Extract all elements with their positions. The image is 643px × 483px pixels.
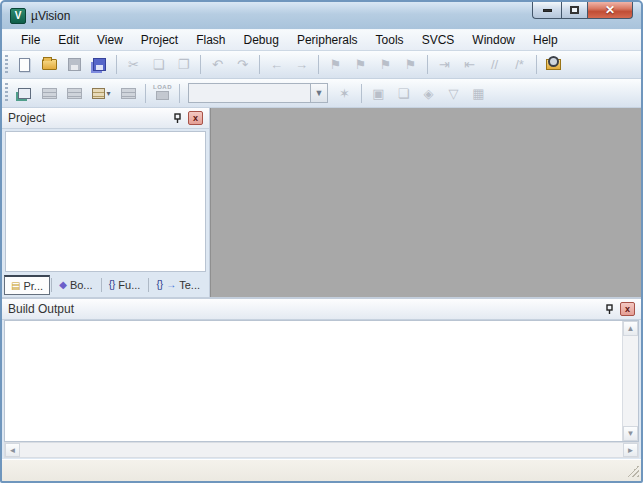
- toolbar-grip[interactable]: [5, 55, 8, 75]
- project-panel-header: Project x: [2, 108, 209, 129]
- menu-peripherals[interactable]: Peripherals: [288, 31, 367, 49]
- download-load-icon: [156, 91, 169, 100]
- comment-selection-button[interactable]: //: [483, 54, 506, 76]
- minimize-button[interactable]: [532, 2, 561, 19]
- close-button[interactable]: ✕: [588, 2, 633, 19]
- component-viewer-button[interactable]: ◈: [417, 82, 440, 104]
- unindent-button[interactable]: ⇤: [458, 54, 481, 76]
- project-close-button[interactable]: x: [188, 111, 203, 125]
- menu-view[interactable]: View: [88, 31, 132, 49]
- pack-mesh-button[interactable]: ▦: [467, 82, 490, 104]
- arrow-right-icon: ►: [627, 446, 635, 455]
- menu-flash[interactable]: Flash: [187, 31, 234, 49]
- copy-button[interactable]: ❏: [147, 54, 170, 76]
- uncomment-selection-button[interactable]: /*: [508, 54, 531, 76]
- save-icon: [68, 58, 81, 71]
- maximize-icon: [570, 6, 579, 14]
- title-bar[interactable]: V µVision ✕: [2, 2, 641, 29]
- navigate-back-button[interactable]: ←: [265, 54, 288, 76]
- batch-build-icon: [92, 88, 105, 99]
- templates-tab-icon: {}: [157, 280, 164, 290]
- save-all-button[interactable]: [88, 54, 111, 76]
- uvision-window: V µVision ✕ FileEditViewProjectFlashDebu…: [0, 0, 643, 483]
- function-filter-button[interactable]: ▽: [442, 82, 465, 104]
- build-icon: [42, 88, 57, 99]
- manage-project-items-button[interactable]: ▣: [367, 82, 390, 104]
- project-panel: Project x ▤Pr...◆Bo...{}Fu...{}→Te...: [2, 108, 210, 297]
- menu-file[interactable]: File: [12, 31, 49, 49]
- find-in-files-button[interactable]: [542, 54, 565, 76]
- options-for-target-button[interactable]: ✶: [333, 82, 356, 104]
- previous-bookmark-button[interactable]: ⚑: [374, 54, 397, 76]
- navigate-forward-icon: →: [295, 58, 308, 71]
- build-output-close-button[interactable]: x: [620, 302, 635, 316]
- menu-project[interactable]: Project: [132, 31, 187, 49]
- app-logo-icon: V: [10, 8, 26, 24]
- scroll-up-button[interactable]: ▲: [623, 321, 638, 336]
- menu-help[interactable]: Help: [524, 31, 567, 49]
- menu-window[interactable]: Window: [463, 31, 524, 49]
- file-toolbar: ✂❏❐↶↷←→⚑⚑⚑⚑⇥⇤///*: [2, 51, 641, 79]
- open-file-button[interactable]: [38, 54, 61, 76]
- tab-project[interactable]: ▤Pr...: [4, 275, 50, 295]
- build-output-header: Build Output x: [2, 299, 641, 320]
- cut-button[interactable]: ✂: [122, 54, 145, 76]
- build-output-hscrollbar[interactable]: ◄ ►: [4, 442, 639, 458]
- pack-mesh-icon: ▦: [472, 87, 484, 100]
- project-tab-icon: ▤: [11, 281, 20, 291]
- batch-build-button[interactable]: ▾: [88, 82, 115, 104]
- download-load-button[interactable]: LOAD: [151, 82, 174, 104]
- menu-debug[interactable]: Debug: [235, 31, 288, 49]
- project-tree-area[interactable]: [5, 131, 206, 272]
- toolbar-separator: [361, 84, 362, 103]
- paste-button[interactable]: ❐: [172, 54, 195, 76]
- unindent-icon: ⇤: [464, 58, 475, 71]
- target-select[interactable]: ▼: [188, 83, 328, 103]
- redo-button[interactable]: ↷: [231, 54, 254, 76]
- build-output-log[interactable]: [5, 321, 622, 441]
- toolbar-grip[interactable]: [5, 83, 8, 103]
- undo-button[interactable]: ↶: [206, 54, 229, 76]
- resize-grip[interactable]: [627, 465, 639, 477]
- build-output-title: Build Output: [8, 302, 602, 316]
- menu-svcs[interactable]: SVCS: [413, 31, 464, 49]
- arrow-up-icon: ▲: [627, 324, 635, 333]
- menu-edit[interactable]: Edit: [49, 31, 88, 49]
- rebuild-button[interactable]: [63, 82, 86, 104]
- tab-functions[interactable]: {}Fu...: [102, 275, 148, 295]
- maximize-button[interactable]: [561, 2, 588, 19]
- project-pin-button[interactable]: [170, 111, 185, 126]
- build-output-vscrollbar[interactable]: ▲ ▼: [622, 321, 638, 441]
- save-all-icon: [93, 58, 106, 71]
- translate-button[interactable]: [13, 82, 36, 104]
- navigate-forward-button[interactable]: →: [290, 54, 313, 76]
- redo-icon: ↷: [237, 58, 248, 71]
- menu-tools[interactable]: Tools: [367, 31, 413, 49]
- chevron-down-icon: ▾: [106, 89, 110, 98]
- paste-icon: ❐: [178, 58, 190, 71]
- project-tabstrip: ▤Pr...◆Bo...{}Fu...{}→Te...: [2, 274, 209, 297]
- indent-button[interactable]: ⇥: [433, 54, 456, 76]
- scroll-right-button[interactable]: ►: [623, 443, 638, 457]
- chevron-down-icon[interactable]: ▼: [310, 84, 327, 102]
- build-button[interactable]: [38, 82, 61, 104]
- toggle-bookmark-button[interactable]: ⚑: [324, 54, 347, 76]
- pushpin-icon: [172, 113, 183, 124]
- save-button[interactable]: [63, 54, 86, 76]
- scroll-left-button[interactable]: ◄: [5, 443, 20, 457]
- manage-project-items-icon: ▣: [372, 87, 384, 100]
- arrow-left-icon: ◄: [9, 446, 17, 455]
- pushpin-icon: [604, 304, 615, 315]
- tab-books[interactable]: ◆Bo...: [52, 275, 99, 295]
- clear-bookmarks-button[interactable]: ⚑: [399, 54, 422, 76]
- scroll-down-button[interactable]: ▼: [623, 426, 638, 441]
- books-tab-label: Bo...: [70, 279, 93, 291]
- new-file-button[interactable]: [13, 54, 36, 76]
- tab-templates[interactable]: {}→Te...: [150, 275, 207, 295]
- stop-build-button[interactable]: [117, 82, 140, 104]
- next-bookmark-button[interactable]: ⚑: [349, 54, 372, 76]
- translate-icon: [18, 88, 31, 99]
- build-output-pin-button[interactable]: [602, 302, 617, 317]
- windows-cascade-button[interactable]: ❏: [392, 82, 415, 104]
- toolbar-separator: [259, 55, 260, 74]
